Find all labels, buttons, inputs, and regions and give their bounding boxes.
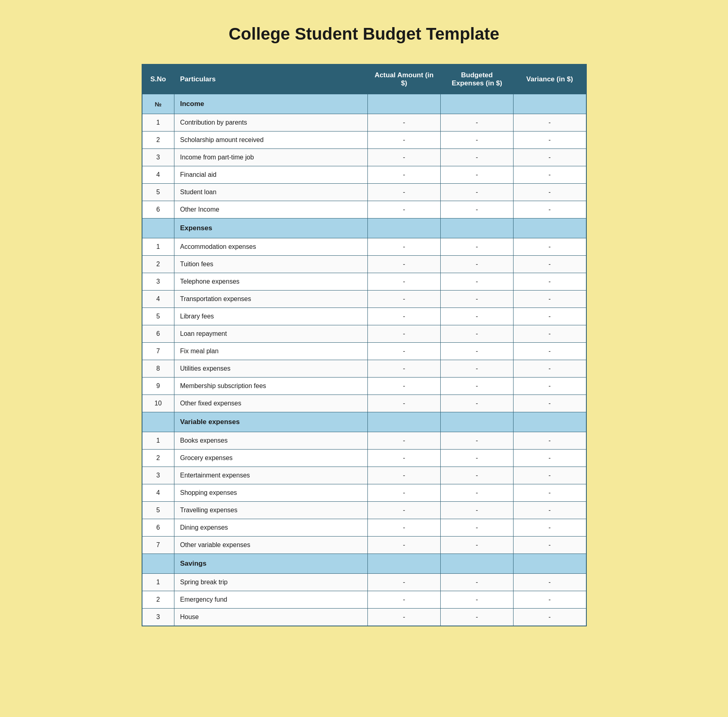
row-variance: - (514, 574, 586, 591)
section-actual (368, 218, 441, 238)
section-actual (368, 94, 441, 114)
row-actual: - (368, 256, 441, 273)
row-particular: Utilities expenses (174, 360, 368, 378)
row-particular: Financial aid (174, 166, 368, 184)
row-budgeted: - (441, 201, 514, 218)
table-row: 1 Spring break trip - - - (142, 574, 586, 591)
row-number: 5 (142, 184, 174, 201)
row-variance: - (514, 591, 586, 609)
row-variance: - (514, 502, 586, 519)
row-variance: - (514, 467, 586, 484)
row-actual: - (368, 343, 441, 360)
section-variance (514, 94, 586, 114)
section-actual (368, 554, 441, 574)
row-number: 3 (142, 467, 174, 484)
row-budgeted: - (441, 395, 514, 412)
row-number: 5 (142, 308, 174, 325)
row-actual: - (368, 591, 441, 609)
row-actual: - (368, 201, 441, 218)
row-number: 2 (142, 450, 174, 467)
row-particular: Student loan (174, 184, 368, 201)
row-budgeted: - (441, 114, 514, 132)
row-actual: - (368, 609, 441, 626)
section-row: Expenses (142, 218, 586, 238)
table-row: 4 Financial aid - - - (142, 166, 586, 184)
row-particular: Other variable expenses (174, 537, 368, 554)
row-actual: - (368, 467, 441, 484)
row-particular: Entertainment expenses (174, 467, 368, 484)
row-actual: - (368, 484, 441, 502)
row-variance: - (514, 291, 586, 308)
row-budgeted: - (441, 166, 514, 184)
row-budgeted: - (441, 484, 514, 502)
row-actual: - (368, 291, 441, 308)
row-variance: - (514, 166, 586, 184)
row-particular: Other fixed expenses (174, 395, 368, 412)
row-budgeted: - (441, 502, 514, 519)
col-header-variance: Variance (in $) (514, 64, 586, 94)
page-wrapper: College Student Budget Template S.No Par… (142, 24, 587, 626)
row-number: 1 (142, 574, 174, 591)
row-variance: - (514, 395, 586, 412)
table-row: 2 Grocery expenses - - - (142, 450, 586, 467)
row-particular: Shopping expenses (174, 484, 368, 502)
row-particular: Transportation expenses (174, 291, 368, 308)
row-particular: Dining expenses (174, 519, 368, 537)
table-header-row: S.No Particulars Actual Amount (in $) Bu… (142, 64, 586, 94)
row-variance: - (514, 308, 586, 325)
row-particular: Fix meal plan (174, 343, 368, 360)
row-variance: - (514, 609, 586, 626)
row-particular: Spring break trip (174, 574, 368, 591)
table-row: 2 Tuition fees - - - (142, 256, 586, 273)
section-budgeted (441, 218, 514, 238)
row-variance: - (514, 149, 586, 166)
table-row: 5 Student loan - - - (142, 184, 586, 201)
row-variance: - (514, 537, 586, 554)
section-variance (514, 412, 586, 432)
row-number: 4 (142, 166, 174, 184)
row-variance: - (514, 519, 586, 537)
section-budgeted (441, 412, 514, 432)
section-label: Expenses (174, 218, 368, 238)
row-actual: - (368, 149, 441, 166)
row-number: 10 (142, 395, 174, 412)
section-label: Income (174, 94, 368, 114)
table-row: 1 Accommodation expenses - - - (142, 238, 586, 256)
row-variance: - (514, 184, 586, 201)
row-number: 4 (142, 484, 174, 502)
col-header-sno: S.No (142, 64, 174, 94)
row-particular: Emergency fund (174, 591, 368, 609)
table-row: 1 Contribution by parents - - - (142, 114, 586, 132)
row-variance: - (514, 432, 586, 450)
row-number: 1 (142, 114, 174, 132)
row-number: 4 (142, 291, 174, 308)
section-variance (514, 218, 586, 238)
table-row: 8 Utilities expenses - - - (142, 360, 586, 378)
section-row: Variable expenses (142, 412, 586, 432)
section-budgeted (441, 554, 514, 574)
row-budgeted: - (441, 574, 514, 591)
row-number: 2 (142, 591, 174, 609)
row-variance: - (514, 360, 586, 378)
section-row: № Income (142, 94, 586, 114)
row-variance: - (514, 238, 586, 256)
row-actual: - (368, 238, 441, 256)
section-no (142, 554, 174, 574)
row-actual: - (368, 450, 441, 467)
table-row: 5 Travelling expenses - - - (142, 502, 586, 519)
row-number: 9 (142, 378, 174, 395)
row-budgeted: - (441, 273, 514, 291)
row-variance: - (514, 325, 586, 343)
row-particular: Telephone expenses (174, 273, 368, 291)
row-particular: Loan repayment (174, 325, 368, 343)
row-variance: - (514, 256, 586, 273)
table-row: 7 Fix meal plan - - - (142, 343, 586, 360)
section-label: Savings (174, 554, 368, 574)
col-header-actual: Actual Amount (in $) (368, 64, 441, 94)
row-variance: - (514, 114, 586, 132)
table-row: 6 Loan repayment - - - (142, 325, 586, 343)
section-no (142, 218, 174, 238)
table-row: 7 Other variable expenses - - - (142, 537, 586, 554)
table-row: 1 Books expenses - - - (142, 432, 586, 450)
row-number: 1 (142, 238, 174, 256)
